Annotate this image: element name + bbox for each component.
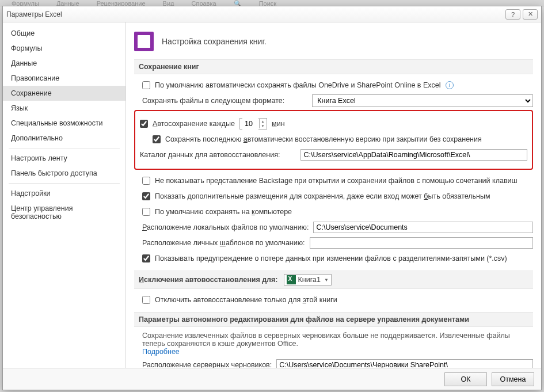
spin-up-icon[interactable]: ▲ xyxy=(259,119,266,124)
offline-note: Сохранение извлеченных файлов в серверны… xyxy=(142,332,510,348)
input-autosave-minutes[interactable] xyxy=(242,118,258,130)
checkbox-keep-last[interactable] xyxy=(153,135,161,143)
label-csv-warning: Показывать предупреждение о потере данны… xyxy=(155,254,507,262)
checkbox-autosave[interactable] xyxy=(140,120,148,128)
autosave-highlight-box: Автосохранение каждые ▲▼ мин Сохранять п… xyxy=(134,110,533,170)
dialog-footer: ОК Отмена xyxy=(3,368,541,390)
label-templates-path: Расположение личных шаблонов по умолчани… xyxy=(142,239,305,247)
section-offline-editing: Параметры автономного редактирования для… xyxy=(134,312,533,327)
sidebar-item-accessibility[interactable]: Специальные возможности xyxy=(3,116,125,131)
label-drafts-path: Расположение серверных черновиков: xyxy=(142,361,272,368)
help-button[interactable]: ? xyxy=(505,9,520,20)
label-default-cloud: По умолчанию автоматически сохранять фай… xyxy=(155,81,441,89)
titlebar: Параметры Excel ? ✕ xyxy=(3,6,541,22)
checkbox-disable-autorecover[interactable] xyxy=(142,296,150,304)
label-file-format: Сохранять файлы в следующем формате: xyxy=(142,97,284,105)
link-learn-more[interactable]: Подробнее xyxy=(142,348,180,356)
select-workbook[interactable]: Книга1 ▼ xyxy=(284,274,332,286)
label-autorecover-path: Каталог данных для автовосстановления: xyxy=(140,151,280,159)
spinner-autosave-minutes[interactable]: ▲▼ xyxy=(239,118,267,130)
sidebar: Общие Формулы Данные Правописание Сохран… xyxy=(3,22,126,368)
checkbox-show-additional[interactable] xyxy=(142,192,150,200)
dialog-title: Параметры Excel xyxy=(6,10,503,18)
sidebar-item-language[interactable]: Язык xyxy=(3,101,125,116)
save-icon xyxy=(134,32,154,51)
cancel-button[interactable]: Отмена xyxy=(492,372,534,386)
ok-button[interactable]: ОК xyxy=(444,372,487,386)
sidebar-item-customize-ribbon[interactable]: Настроить ленту xyxy=(3,151,125,166)
sidebar-item-data[interactable]: Данные xyxy=(3,56,125,71)
label-no-backstage: Не показывать представление Backstage пр… xyxy=(155,177,518,185)
input-templates-path[interactable] xyxy=(310,237,533,249)
excel-icon xyxy=(287,275,296,284)
sidebar-item-addins[interactable]: Надстройки xyxy=(3,186,125,201)
section-autorecover-exceptions: Исключения автовосстановления для: Книга… xyxy=(134,271,533,289)
checkbox-csv-warning[interactable] xyxy=(142,254,150,262)
sidebar-item-general[interactable]: Общие xyxy=(3,26,125,41)
checkbox-default-cloud[interactable] xyxy=(142,81,150,89)
input-drafts-path[interactable] xyxy=(276,359,533,368)
sidebar-item-quick-access[interactable]: Панель быстрого доступа xyxy=(3,166,125,181)
select-file-format[interactable]: Книга Excel xyxy=(312,94,533,107)
input-autorecover-path[interactable] xyxy=(300,149,527,161)
sidebar-item-trust-center[interactable]: Центр управления безопасностью xyxy=(3,201,125,224)
sidebar-item-formulas[interactable]: Формулы xyxy=(3,41,125,56)
label-disable-autorecover: Отключить автовосстановление только для … xyxy=(155,296,337,304)
label-default-computer: По умолчанию сохранять на компьютере xyxy=(155,208,292,216)
sidebar-item-advanced[interactable]: Дополнительно xyxy=(3,131,125,146)
spin-down-icon[interactable]: ▼ xyxy=(259,124,266,128)
section-save-books: Сохранение книг xyxy=(134,59,533,74)
label-local-path: Расположение локальных файлов по умолчан… xyxy=(142,223,309,231)
sidebar-item-proofing[interactable]: Правописание xyxy=(3,71,125,86)
checkbox-no-backstage[interactable] xyxy=(142,177,150,185)
checkbox-default-computer[interactable] xyxy=(142,208,150,216)
info-icon[interactable]: i xyxy=(446,81,454,89)
label-keep-last: Сохранять последнюю автоматически восста… xyxy=(165,135,482,143)
page-title: Настройка сохранения книг. xyxy=(162,37,267,46)
label-show-additional: Показать дополнительные размещения для с… xyxy=(155,192,490,200)
options-dialog: Параметры Excel ? ✕ Общие Формулы Данные… xyxy=(2,6,542,390)
content-pane: Настройка сохранения книг. Сохранение кн… xyxy=(126,22,541,368)
label-minutes: мин xyxy=(272,120,284,128)
label-autosave: Автосохранение каждые xyxy=(153,120,235,128)
chevron-down-icon: ▼ xyxy=(324,277,329,283)
input-local-path[interactable] xyxy=(313,222,533,233)
close-button[interactable]: ✕ xyxy=(523,9,538,20)
sidebar-item-save[interactable]: Сохранение xyxy=(3,86,125,101)
